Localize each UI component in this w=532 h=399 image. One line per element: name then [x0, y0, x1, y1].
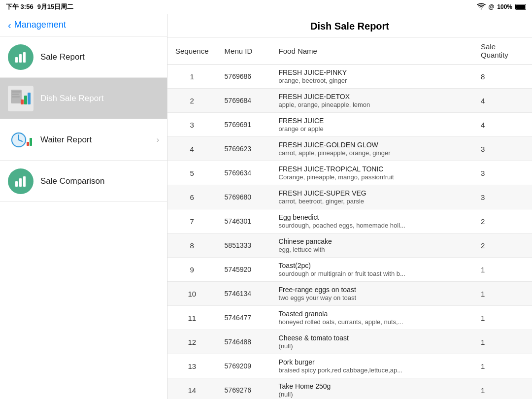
cell-sale-qty: 4: [473, 89, 532, 113]
battery-percent: 100%: [497, 3, 512, 10]
svg-rect-10: [28, 93, 31, 104]
content-title: Dish Sale Report: [167, 14, 532, 37]
table-row: 13 5769209 Pork burger braised spicy por…: [167, 354, 532, 378]
cell-menu-id: 5851333: [217, 233, 271, 258]
cell-menu-id: 5746488: [217, 330, 271, 354]
cell-seq: 8: [167, 233, 217, 258]
col-header-menu-id: Menu ID: [217, 37, 271, 65]
table-row: 7 5746301 Egg benedict sourdough, poache…: [167, 209, 532, 233]
status-left: 下午 3:56 9月15日周二: [6, 2, 73, 11]
table-row: 5 5769634 FRESH JUICE-TROPICAL TONIC Cor…: [167, 161, 532, 185]
col-header-sale-qty: Sale Quantity: [473, 37, 532, 65]
svg-rect-17: [15, 181, 18, 187]
status-right: @ 100%: [477, 3, 526, 11]
svg-rect-2: [23, 52, 26, 63]
sidebar: ‹ Management Sale Report: [0, 14, 167, 399]
svg-rect-5: [12, 91, 21, 93]
cell-sale-qty: 1: [473, 258, 532, 282]
table-row: 12 5746488 Cheese & tomato toast (null) …: [167, 330, 532, 354]
sale-report-label: Sale Report: [40, 52, 159, 62]
cell-menu-id: 5769634: [217, 161, 271, 185]
cell-menu-id: 5769686: [217, 65, 271, 89]
sidebar-item-sale-report[interactable]: Sale Report: [0, 36, 167, 78]
cell-seq: 7: [167, 209, 217, 233]
svg-rect-15: [27, 142, 29, 146]
cell-menu-id: 5746477: [217, 306, 271, 330]
table-row: 1 5769686 FRESH JUICE-PINKY orange, beet…: [167, 65, 532, 89]
cell-food-name: Toasted granola honeyed rolled oats, cur…: [271, 306, 473, 330]
table-row: 10 5746134 Free-range eggs on toast two …: [167, 282, 532, 306]
waiter-report-icon: [8, 127, 33, 153]
sidebar-item-waiter-report[interactable]: Waiter Report ›: [0, 119, 167, 161]
dish-sale-icon: [8, 86, 33, 111]
sidebar-header[interactable]: ‹ Management: [0, 14, 167, 36]
svg-rect-9: [24, 96, 27, 104]
col-header-sequence: Sequence: [167, 37, 217, 65]
signal-icon: @: [489, 3, 495, 10]
back-arrow-icon: ‹: [8, 20, 11, 30]
sidebar-item-sale-comparison[interactable]: Sale Comparison: [0, 161, 167, 202]
table-row: 2 5769684 FRESH JUICE-DETOX apple, orang…: [167, 89, 532, 113]
cell-menu-id: 5769209: [217, 354, 271, 378]
cell-food-name: FRESH JUICE-SUPER VEG carrot, beetroot, …: [271, 185, 473, 209]
svg-rect-8: [21, 100, 24, 104]
svg-rect-7: [12, 96, 20, 98]
cell-menu-id: 5746134: [217, 282, 271, 306]
cell-food-name: FRESH JUICE-PINKY orange, beetroot, ging…: [271, 65, 473, 89]
sidebar-back-label[interactable]: Management: [14, 20, 66, 30]
dish-sale-report-label: Dish Sale Report: [40, 94, 159, 103]
waiter-report-label: Waiter Report: [40, 135, 150, 145]
cell-seq: 10: [167, 282, 217, 306]
svg-rect-0: [15, 57, 18, 63]
cell-food-name: Free-range eggs on toast two eggs your w…: [271, 282, 473, 306]
sale-report-icon: [8, 44, 33, 70]
svg-rect-6: [12, 94, 19, 95]
sidebar-item-dish-sale-report[interactable]: Dish Sale Report: [0, 78, 167, 119]
cell-seq: 1: [167, 65, 217, 89]
table-row: 9 5745920 Toast(2pc) sourdough or multig…: [167, 258, 532, 282]
content-area: Dish Sale Report Sequence Menu ID Food N…: [167, 14, 532, 399]
main-layout: ‹ Management Sale Report: [0, 14, 532, 399]
cell-sale-qty: 1: [473, 282, 532, 306]
svg-rect-1: [19, 54, 22, 63]
time-display: 下午 3:56: [6, 2, 33, 11]
cell-sale-qty: 3: [473, 185, 532, 209]
cell-sale-qty: 2: [473, 233, 532, 258]
cell-menu-id: 5746301: [217, 209, 271, 233]
cell-food-name: Pork burger braised spicy pork,red cabba…: [271, 354, 473, 378]
cell-sale-qty: 1: [473, 330, 532, 354]
wifi-icon: [477, 3, 486, 11]
svg-rect-16: [30, 138, 32, 146]
cell-food-name: Chinese pancake egg, lettuce with: [271, 233, 473, 258]
cell-seq: 6: [167, 185, 217, 209]
cell-seq: 13: [167, 354, 217, 378]
cell-food-name: Take Home 250g (null): [271, 378, 473, 399]
cell-menu-id: 5769680: [217, 185, 271, 209]
table-row: 14 5769276 Take Home 250g (null) 1: [167, 378, 532, 399]
cell-sale-qty: 1: [473, 306, 532, 330]
cell-seq: 4: [167, 137, 217, 161]
cell-menu-id: 5769691: [217, 113, 271, 137]
cell-sale-qty: 4: [473, 113, 532, 137]
table-header-row: Sequence Menu ID Food Name Sale Quantity: [167, 37, 532, 65]
cell-seq: 11: [167, 306, 217, 330]
cell-menu-id: 5769276: [217, 378, 271, 399]
table-container[interactable]: Sequence Menu ID Food Name Sale Quantity…: [167, 37, 532, 399]
cell-food-name: FRESH JUICE orange or apple: [271, 113, 473, 137]
cell-food-name: FRESH JUICE-GOLDEN GLOW carrot, apple, p…: [271, 137, 473, 161]
sale-comparison-icon: [8, 168, 33, 194]
cell-seq: 12: [167, 330, 217, 354]
chevron-right-icon: ›: [157, 135, 159, 144]
table-row: 11 5746477 Toasted granola honeyed rolle…: [167, 306, 532, 330]
cell-seq: 14: [167, 378, 217, 399]
table-row: 4 5769623 FRESH JUICE-GOLDEN GLOW carrot…: [167, 137, 532, 161]
cell-seq: 5: [167, 161, 217, 185]
cell-food-name: Egg benedict sourdough, poached eggs, ho…: [271, 209, 473, 233]
cell-food-name: FRESH JUICE-TROPICAL TONIC Corange, pine…: [271, 161, 473, 185]
status-bar: 下午 3:56 9月15日周二 @ 100%: [0, 0, 532, 14]
dish-sale-table: Sequence Menu ID Food Name Sale Quantity…: [167, 37, 532, 399]
battery-icon: [515, 3, 526, 10]
cell-menu-id: 5769684: [217, 89, 271, 113]
cell-seq: 9: [167, 258, 217, 282]
cell-food-name: Toast(2pc) sourdough or multigrain or fr…: [271, 258, 473, 282]
